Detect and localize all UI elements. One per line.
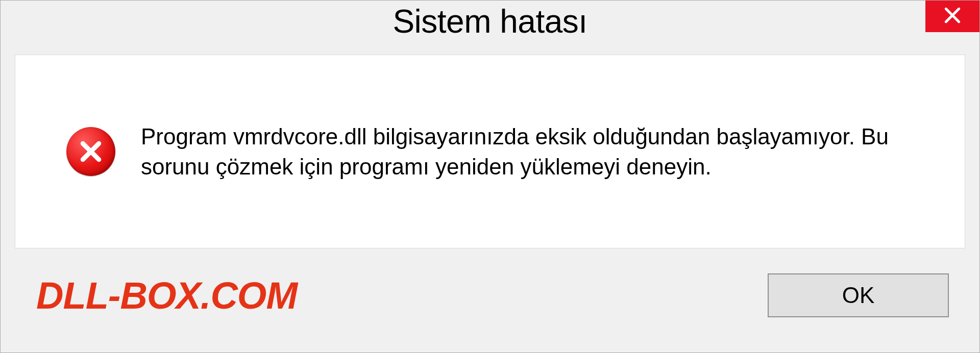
ok-button-label: OK: [842, 283, 875, 308]
watermark-text: DLL-BOX.COM: [36, 274, 297, 317]
dialog-title: Sistem hatası: [393, 3, 587, 40]
error-dialog: Sistem hatası Program vmrdvcore.dll bilg…: [0, 0, 980, 353]
message-panel: Program vmrdvcore.dll bilgisayarınızda e…: [15, 55, 965, 248]
titlebar: Sistem hatası: [1, 1, 979, 52]
ok-button[interactable]: OK: [768, 273, 949, 317]
close-icon: [943, 6, 962, 27]
close-button[interactable]: [925, 1, 979, 32]
error-message: Program vmrdvcore.dll bilgisayarınızda e…: [141, 121, 924, 182]
error-icon: [66, 127, 115, 176]
dialog-footer: DLL-BOX.COM OK: [1, 248, 979, 352]
